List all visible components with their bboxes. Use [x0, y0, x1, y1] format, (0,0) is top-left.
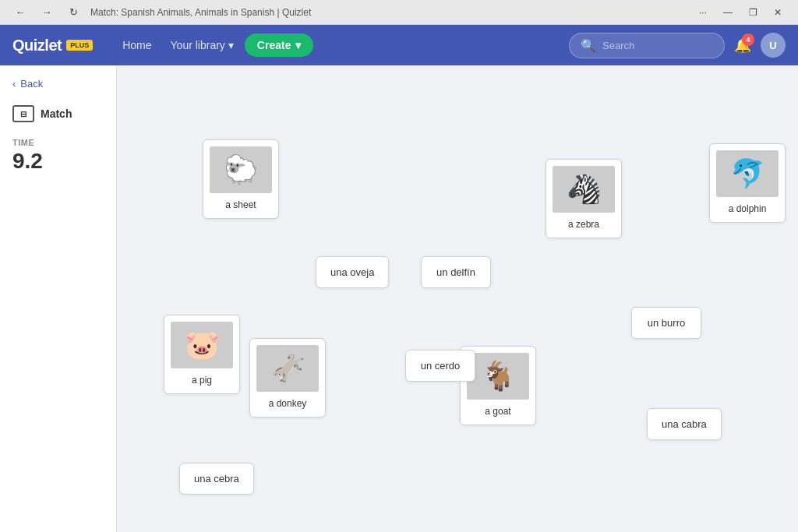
card-image: 🦓	[553, 166, 615, 213]
match-label: ⊟ Match	[12, 105, 104, 122]
logo-text: Quizlet	[12, 37, 62, 55]
search-input[interactable]	[602, 40, 713, 51]
time-section: TIME 9.2	[12, 138, 104, 174]
time-value: 9.2	[12, 149, 104, 174]
title-bar: ← → ↻ Match: Spanish Animals, Animals in…	[0, 0, 798, 25]
card-label: un burro	[644, 315, 688, 330]
card-image: 🐑	[210, 146, 272, 193]
app-header: Quizlet PLUS Home Your library ▾ Create …	[0, 25, 798, 65]
home-link[interactable]: Home	[115, 34, 159, 56]
create-button[interactable]: Create ▾	[245, 33, 314, 57]
sidebar: ‹ Back ⊟ Match TIME 9.2	[0, 65, 117, 532]
match-card[interactable]: 🐬a dolphin	[709, 143, 786, 223]
back-button[interactable]: ‹ Back	[12, 78, 104, 90]
library-link[interactable]: Your library ▾	[163, 34, 242, 56]
match-mode-icon: ⊟	[20, 110, 26, 118]
search-icon: 🔍	[581, 38, 596, 53]
card-image: 🐬	[716, 150, 779, 197]
card-label: a goat	[482, 404, 514, 418]
header-right: 🔍 🔔 4 U	[569, 33, 786, 58]
minimize-button[interactable]: —	[717, 4, 739, 21]
match-card[interactable]: 🐑a sheet	[203, 139, 279, 219]
card-label: una cebra	[191, 471, 242, 486]
card-label: a donkey	[266, 396, 310, 410]
chevron-down-icon: ▾	[295, 39, 301, 51]
back-icon: ‹	[12, 78, 16, 90]
card-label: una cabra	[659, 417, 710, 432]
match-card[interactable]: 🐷a pig	[164, 315, 240, 394]
card-label: una oveja	[327, 265, 377, 280]
card-label: un delfín	[433, 265, 478, 280]
match-card[interactable]: 🦓a zebra	[546, 159, 622, 238]
logo[interactable]: Quizlet PLUS	[12, 37, 93, 55]
match-card[interactable]: una cabra	[647, 408, 722, 440]
close-button[interactable]: ✕	[767, 4, 789, 21]
card-label: a zebra	[565, 217, 602, 231]
main-layout: ‹ Back ⊟ Match TIME 9.2 🐑a sheet🦓a zebra…	[0, 65, 798, 532]
match-card[interactable]: un delfín	[421, 256, 491, 288]
match-icon: ⊟	[12, 105, 34, 122]
card-label: un cerdo	[418, 358, 464, 373]
back-nav-button[interactable]: ←	[9, 2, 31, 23]
match-card[interactable]: un burro	[631, 307, 701, 339]
notification-badge: 4	[742, 33, 754, 46]
more-button[interactable]: ···	[692, 4, 714, 21]
time-label: TIME	[12, 138, 104, 147]
browser-title: Match: Spanish Animals, Animals in Spani…	[90, 7, 311, 18]
match-card[interactable]: 🫏a donkey	[249, 338, 326, 417]
card-image: 🐷	[171, 322, 233, 368]
card-image: 🐐	[467, 353, 529, 400]
restore-button[interactable]: ❐	[742, 4, 764, 21]
card-label: a sheet	[222, 198, 259, 212]
forward-nav-button[interactable]: →	[36, 2, 58, 23]
chevron-down-icon: ▾	[228, 39, 234, 51]
match-section: ⊟ Match	[12, 105, 104, 122]
refresh-nav-button[interactable]: ↻	[62, 2, 84, 23]
notifications-button[interactable]: 🔔 4	[734, 37, 751, 54]
plus-badge: PLUS	[66, 40, 93, 51]
search-box[interactable]: 🔍	[569, 33, 725, 58]
match-card[interactable]: una oveja	[316, 256, 389, 288]
game-area: 🐑a sheet🦓a zebra🐬a dolphin🐷a pig🫏a donke…	[117, 65, 798, 532]
card-image: 🫏	[256, 345, 319, 392]
match-card[interactable]: un cerdo	[405, 350, 475, 382]
card-label: a dolphin	[726, 202, 770, 216]
card-label: a pig	[189, 373, 215, 387]
match-card[interactable]: una cebra	[179, 463, 254, 495]
avatar[interactable]: U	[761, 33, 786, 58]
main-nav: Home Your library ▾ Create ▾	[115, 33, 313, 57]
